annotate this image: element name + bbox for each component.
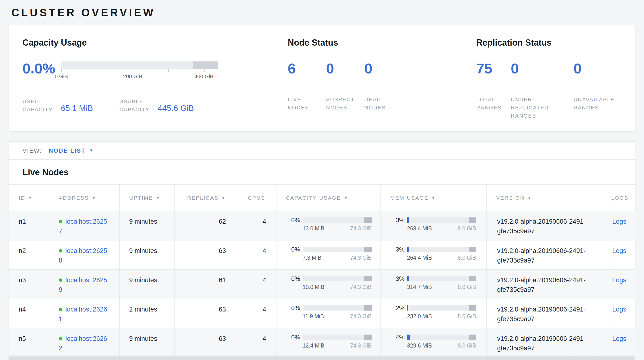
under-replicated-ranges-count: 0 [511,61,574,76]
logs-link[interactable]: Logs [612,247,626,254]
logs-link[interactable]: Logs [612,306,626,313]
logs-link[interactable]: Logs [612,218,626,225]
node-id-cell: n5 [9,328,49,357]
node-address-link[interactable]: localhost:26262 [59,335,107,352]
node-cpus-cell: 4 [237,211,276,240]
live-status-icon [59,337,62,340]
axis-label: 0 GiB [54,73,68,79]
capacity-bar [61,61,218,69]
mem-usage-bar [407,247,476,252]
axis-tick [133,69,133,72]
node-replicas-cell: 63 [174,240,237,270]
column-header-address[interactable]: ADDRESS▼ [49,185,119,211]
mem-percent: 4% [392,334,405,340]
sort-arrow-icon: ▼ [92,196,96,200]
column-header-label: REPLICAS [187,195,218,201]
table-row-n3: n3 localhost:26259 9 minutes 61 4 0% 10.… [9,270,636,299]
column-header-label: ID [19,195,26,201]
mem-used-value: 268.4 MiB [407,226,432,232]
mem-bar-end-segment [468,247,476,252]
column-header-replicas[interactable]: REPLICAS▼ [174,185,237,211]
node-id-cell: n1 [9,211,49,240]
live-nodes-count: 6 [288,61,326,76]
mem-usage-bar [407,218,476,223]
sort-arrow-icon: ▼ [28,196,33,200]
capacity-used-value: 12.4 MiB [302,343,324,349]
under-replicated-ranges-metric: 0 UNDER-REPLICATED RANGES [511,61,574,120]
capacity-axis: 0 GiB 200 GiB 400 GiB [61,69,218,82]
column-header-cpus[interactable]: CPUS [237,185,276,211]
logs-link[interactable]: Logs [612,335,626,342]
column-header-label: MEM USAGE [390,195,428,201]
capacity-usage-bar [302,276,372,281]
mem-usage-fill [407,334,410,340]
column-header-label: UPTIME [129,195,153,201]
mem-total-value: 8.0 GiB [458,313,476,320]
node-replicas-cell: 63 [174,299,237,328]
capacity-usage-bar [302,247,372,252]
node-cpus-cell: 4 [237,270,276,299]
column-header-uptime[interactable]: UPTIME▼ [119,185,174,211]
column-header-label: CPUS [248,195,265,201]
table-row-n4: n4 localhost:26261 2 minutes 63 4 0% 11.… [9,299,636,328]
column-header-label: ADDRESS [59,195,89,201]
logs-link[interactable]: Logs [612,276,626,284]
axis-tick [168,69,169,72]
node-logs-cell: Logs [611,211,636,240]
used-capacity-label: USED CAPACITY [22,97,56,114]
page-title: CLUSTER OVERVIEW [12,7,636,19]
node-address-link[interactable]: localhost:26258 [59,247,107,264]
table-row-n2: n2 localhost:26258 9 minutes 63 4 0% 7.3… [9,240,636,270]
node-logs-cell: Logs [611,328,636,357]
mem-usage-fill [407,305,408,311]
usable-capacity-stat: USABLE CAPACITY 445.6 GiB [119,97,194,114]
node-status-title: Node Status [288,38,476,48]
axis-tick [97,69,98,72]
mem-total-value: 8.0 GiB [458,226,476,232]
mem-percent: 2% [392,305,405,311]
node-address-cell: localhost:26262 [49,328,119,357]
capacity-bar-nonusable-segment [193,61,218,69]
capacity-total-value: 74.3 GiB [350,226,372,232]
axis-tick [204,69,204,72]
column-header-label: CAPACITY USAGE [286,195,341,201]
node-mem-usage-cell: 3% 314.7 MiB8.0 GiB [380,270,486,299]
capacity-percent: 0% [288,305,300,311]
node-version-cell: v19.2.0-alpha.20190606-2491-gfe735c9a97 [486,299,611,328]
capacity-usage-bar [302,305,372,311]
live-status-icon [59,220,62,223]
suspect-nodes-label: SUSPECT NODES [326,96,360,112]
view-bar: VIEW: NODE LIST ▼ [9,142,635,160]
usable-capacity-label: USABLE CAPACITY [119,97,153,114]
mem-used-value: 314.7 MiB [407,284,432,290]
mem-used-value: 264.4 MiB [407,255,432,261]
column-header-mem-usage[interactable]: MEM USAGE▼ [380,185,486,211]
live-status-icon [59,278,62,282]
view-selector-dropdown[interactable]: NODE LIST ▼ [49,147,94,154]
cluster-summary-card: Capacity Usage 0.0% 0 GiB [8,25,636,131]
node-address-cell: localhost:26259 [49,270,119,299]
mem-usage-bar [407,305,476,311]
node-address-link[interactable]: localhost:26257 [59,218,107,235]
node-capacity-usage-cell: 0% 7.3 MiB74.3 GiB [276,240,380,270]
mem-bar-end-segment [468,334,476,340]
under-replicated-ranges-label: UNDER-REPLICATED RANGES [511,96,559,120]
capacity-percent: 0% [288,217,300,223]
column-header-id[interactable]: ID▼ [9,185,49,211]
capacity-bar-end-segment [364,247,372,252]
capacity-bar-chart: 0 GiB 200 GiB 400 GiB [61,61,218,82]
node-address-link[interactable]: localhost:26261 [59,306,107,322]
node-version-cell: v19.2.0-alpha.20190606-2491-gfe735c9a97 [486,328,611,357]
node-address-link[interactable]: localhost:26259 [59,276,107,293]
node-replicas-cell: 63 [174,328,237,357]
node-address-cell: localhost:26261 [49,299,119,328]
mem-bar-end-segment [468,276,476,281]
node-id-cell: n4 [9,299,49,328]
column-header-capacity-usage[interactable]: CAPACITY USAGE▼ [276,185,380,211]
mem-percent: 3% [392,246,405,253]
column-header-version[interactable]: VERSION▼ [486,185,611,211]
node-address-cell: localhost:26258 [49,240,119,270]
table-row-partial [9,357,636,360]
replication-status-section: Replication Status 75 TOTAL RANGES 0 UND… [476,38,622,117]
chevron-down-icon: ▼ [89,148,94,152]
